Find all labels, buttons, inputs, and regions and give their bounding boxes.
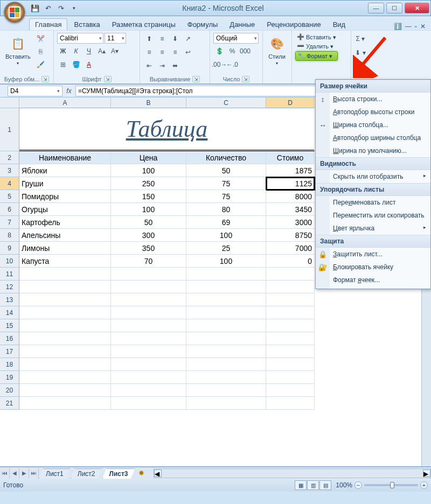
cell-empty-19-3[interactable] xyxy=(266,371,315,384)
maximize-button[interactable]: ☐ xyxy=(386,3,402,13)
scroll-right-icon[interactable]: ▶ xyxy=(423,470,430,477)
format-painter-icon[interactable]: 🖌️ xyxy=(35,59,47,71)
fill-color-icon[interactable]: 🪣 xyxy=(70,59,82,71)
cell-empty-21-2[interactable] xyxy=(186,397,266,410)
cell-empty-19-1[interactable] xyxy=(111,371,186,384)
wrap-text-icon[interactable]: ↩ xyxy=(182,46,194,58)
cell-name-5[interactable]: Помидоры xyxy=(19,190,111,203)
align-top-icon[interactable]: ⬆ xyxy=(143,33,155,45)
currency-icon[interactable]: 💲 xyxy=(213,45,225,57)
menu-autofit-row[interactable]: Автоподбор высоты строки xyxy=(316,106,430,118)
grow-font-icon[interactable]: A▴ xyxy=(96,45,108,57)
mdi-max-icon[interactable]: ▫ xyxy=(415,23,417,30)
shrink-font-icon[interactable]: A▾ xyxy=(109,45,121,57)
tab-view[interactable]: Вид xyxy=(328,19,351,30)
cell-name-6[interactable]: Огурцы xyxy=(19,203,111,216)
row-head-14[interactable]: 14 xyxy=(0,306,19,319)
cell-empty-11-2[interactable] xyxy=(186,268,266,281)
styles-button[interactable]: 🎨 Стили ▾ xyxy=(266,33,288,68)
page-layout-view-icon[interactable]: ▥ xyxy=(307,480,319,490)
cell-name-7[interactable]: Картофель xyxy=(19,216,111,229)
cell-empty-20-2[interactable] xyxy=(186,384,266,397)
cell-empty-14-3[interactable] xyxy=(266,306,315,319)
font-name-combo[interactable]: Calibri xyxy=(57,33,103,44)
cell-empty-13-3[interactable] xyxy=(266,293,315,306)
zoom-slider[interactable] xyxy=(364,484,418,486)
sheet-nav-first-icon[interactable]: ⏮ xyxy=(0,468,10,479)
cell-name-9[interactable]: Лимоны xyxy=(19,242,111,255)
cell-empty-13-0[interactable] xyxy=(19,293,111,306)
cell-cost-7[interactable]: 3000 xyxy=(266,216,315,229)
copy-icon[interactable]: ⎘ xyxy=(35,46,47,58)
cell-empty-12-0[interactable] xyxy=(19,281,111,293)
cell-qty-5[interactable]: 75 xyxy=(186,190,266,203)
menu-protect-sheet[interactable]: 🔒Защитить лист... xyxy=(316,248,430,261)
cell-empty-17-0[interactable] xyxy=(19,345,111,358)
cell-price-4[interactable]: 250 xyxy=(111,177,186,190)
cell-empty-17-2[interactable] xyxy=(186,345,266,358)
row-head-7[interactable]: 7 xyxy=(0,216,19,229)
cell-empty-15-3[interactable] xyxy=(266,319,315,332)
row-head-3[interactable]: 3 xyxy=(0,164,19,177)
row-head-16[interactable]: 16 xyxy=(0,332,19,345)
underline-icon[interactable]: Ч xyxy=(83,45,95,57)
cell-empty-13-1[interactable] xyxy=(111,293,186,306)
zoom-out-icon[interactable]: − xyxy=(354,481,362,489)
alignment-dialog-icon[interactable]: ⇲ xyxy=(192,76,200,82)
decrease-decimal-icon[interactable]: ←.0 xyxy=(226,59,238,71)
cell-name-8[interactable]: Апельсины xyxy=(19,229,111,242)
cell-header-3[interactable]: Стоимо xyxy=(266,151,315,164)
cell-cost-10[interactable]: 0 xyxy=(266,255,315,268)
number-dialog-icon[interactable]: ⇲ xyxy=(242,76,249,82)
fx-icon[interactable]: fx xyxy=(62,87,75,95)
menu-autofit-col[interactable]: Автоподбор ширины столбца xyxy=(316,131,430,144)
cell-header-2[interactable]: Количество xyxy=(186,151,266,164)
tab-home[interactable]: Главная xyxy=(29,18,67,30)
bold-icon[interactable]: Ж xyxy=(57,45,69,57)
row-head-2[interactable]: 2 xyxy=(0,151,19,164)
normal-view-icon[interactable]: ▦ xyxy=(295,480,307,490)
row-head-5[interactable]: 5 xyxy=(0,190,19,203)
cell-empty-21-3[interactable] xyxy=(266,397,315,410)
cell-empty-18-0[interactable] xyxy=(19,358,111,371)
cell-empty-14-2[interactable] xyxy=(186,306,266,319)
cell-cost-9[interactable]: 7000 xyxy=(266,242,315,255)
clipboard-dialog-icon[interactable]: ⇲ xyxy=(41,76,49,82)
cell-cost-4[interactable]: 1125 xyxy=(266,177,315,190)
menu-format-cells[interactable]: Формат ячеек... xyxy=(316,274,430,286)
percent-icon[interactable]: % xyxy=(226,45,238,57)
menu-move-copy[interactable]: Переместить или скопировать xyxy=(316,209,430,222)
cell-empty-11-0[interactable] xyxy=(19,268,111,281)
cell-empty-20-3[interactable] xyxy=(266,384,315,397)
menu-col-width[interactable]: ↔Ширина столбца... xyxy=(316,118,430,131)
cell-empty-21-0[interactable] xyxy=(19,397,111,410)
cell-cost-8[interactable]: 8750 xyxy=(266,229,315,242)
cell-empty-16-0[interactable] xyxy=(19,332,111,345)
row-head-9[interactable]: 9 xyxy=(0,242,19,255)
borders-icon[interactable]: ⊞ xyxy=(57,59,69,71)
row-head-12[interactable]: 12 xyxy=(0,281,19,293)
row-head-15[interactable]: 15 xyxy=(0,319,19,332)
select-all-corner[interactable] xyxy=(0,97,19,108)
sheet-tab-2[interactable]: Лист2 xyxy=(71,468,102,479)
row-head-21[interactable]: 21 xyxy=(0,397,19,410)
cell-empty-17-1[interactable] xyxy=(111,345,186,358)
qat-dropdown-icon[interactable]: ▾ xyxy=(68,3,79,13)
cell-name-4[interactable]: Груши xyxy=(19,177,111,190)
new-sheet-icon[interactable]: ✸ xyxy=(135,469,148,477)
tab-data[interactable]: Данные xyxy=(224,19,260,30)
cell-empty-16-1[interactable] xyxy=(111,332,186,345)
page-break-view-icon[interactable]: ▤ xyxy=(319,480,331,490)
cell-price-10[interactable]: 70 xyxy=(111,255,186,268)
font-size-combo[interactable]: 11 xyxy=(105,33,126,44)
cell-empty-11-3[interactable] xyxy=(266,268,315,281)
cell-empty-19-0[interactable] xyxy=(19,371,111,384)
cell-header-0[interactable]: Наименование xyxy=(19,151,111,164)
cell-price-9[interactable]: 350 xyxy=(111,242,186,255)
cell-empty-18-2[interactable] xyxy=(186,358,266,371)
col-head-B[interactable]: B xyxy=(111,97,186,108)
align-center-icon[interactable]: ≡ xyxy=(156,46,168,58)
cell-title[interactable]: Таблица xyxy=(19,108,315,151)
cell-empty-20-0[interactable] xyxy=(19,384,111,397)
row-head-13[interactable]: 13 xyxy=(0,293,19,306)
